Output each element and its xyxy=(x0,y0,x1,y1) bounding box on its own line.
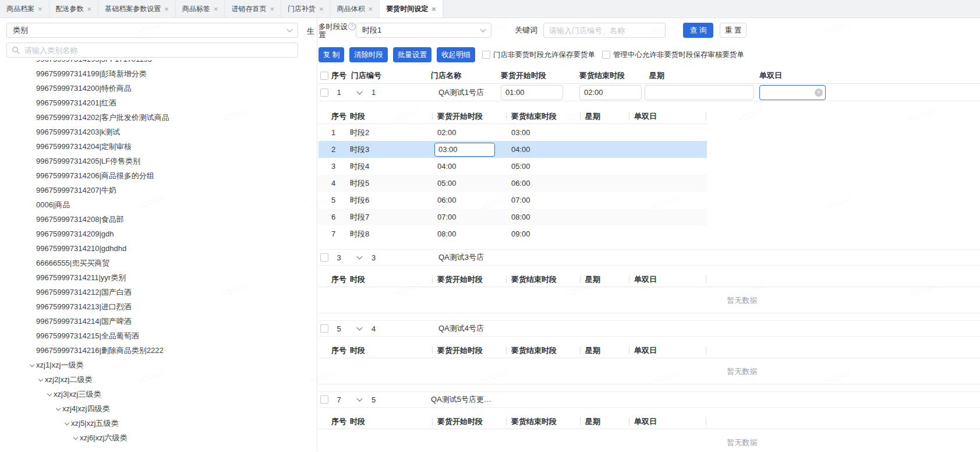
store-row[interactable]: 54QA测试4号店 xyxy=(319,320,980,337)
checkbox-unchecked[interactable] xyxy=(320,253,328,262)
reset-button[interactable]: 重 置 xyxy=(720,23,747,38)
tree-item[interactable]: 996759997314213|进口烈酒 xyxy=(6,299,317,314)
period-row[interactable]: 6时段707:0008:00 xyxy=(319,209,707,225)
chevron-down-icon[interactable] xyxy=(358,91,365,94)
chevron-down-icon[interactable] xyxy=(358,398,365,401)
tab-item[interactable]: 门店补货× xyxy=(281,0,331,17)
tree-item[interactable]: 996759997314210|gdhdhd xyxy=(6,241,317,256)
clear-icon[interactable]: × xyxy=(815,89,823,97)
tab-close-icon[interactable]: × xyxy=(38,5,43,13)
period-row[interactable]: 3时段404:0005:00 xyxy=(319,158,707,175)
checkbox-unchecked[interactable] xyxy=(602,51,610,59)
tree-item[interactable]: 996759997314206|商品很多的分组 xyxy=(6,168,317,183)
clear-period-button[interactable]: 清除时段 xyxy=(349,47,388,62)
tab-close-icon[interactable]: × xyxy=(319,5,324,13)
chevron-down-icon[interactable] xyxy=(71,437,80,439)
tree-item[interactable]: xzj3|xzj三级类 xyxy=(6,387,317,401)
tab-close-icon[interactable]: × xyxy=(270,5,274,13)
tree-item[interactable]: 996759997314208|食品部 xyxy=(6,212,317,227)
period-end: 05:00 xyxy=(506,162,580,171)
period-select[interactable]: 时段1 xyxy=(356,23,491,38)
tree-item[interactable]: 66666555|兜买买商贸 xyxy=(6,256,317,270)
select-all-checkbox[interactable] xyxy=(320,72,328,80)
period-row[interactable]: 2时段304:00 xyxy=(319,141,707,158)
checkbox-unchecked[interactable] xyxy=(320,324,328,333)
chevron-down-icon[interactable] xyxy=(27,364,36,366)
tree-item[interactable]: xzj2|xzj二级类 xyxy=(6,372,317,387)
tab-label: 门店补货 xyxy=(288,4,316,14)
store-row[interactable]: 75QA测试5号店更… xyxy=(319,391,980,408)
tree-item[interactable]: 996759997314212|国产白酒 xyxy=(6,285,317,299)
tree-item[interactable]: 996759997314209|gdh xyxy=(6,227,317,241)
tree-item[interactable]: 996759997314199|彭琦新增分类 xyxy=(6,66,317,81)
tree-item[interactable]: 996759997314215|全品葡萄酒 xyxy=(6,329,317,343)
checkbox-unchecked[interactable] xyxy=(482,51,490,59)
tab-item[interactable]: 基础档案参数设置× xyxy=(98,0,176,17)
tab-item[interactable]: 商品标签× xyxy=(176,0,225,17)
tree-item-label: 996759997314212|国产白酒 xyxy=(36,285,132,299)
app-window: 商品档案×配送参数×基础档案参数设置×商品标签×进销存首页×门店补货×商品体积×… xyxy=(0,0,980,452)
search-button[interactable]: 查 询 xyxy=(683,23,713,38)
tree-item[interactable]: 996759997314204|定制审核 xyxy=(6,139,317,154)
period-end: 06:00 xyxy=(506,179,580,188)
tree-item[interactable]: 996759997314203|k测试 xyxy=(6,125,317,139)
period-header-week: 星期 xyxy=(580,111,629,122)
chevron-down-icon[interactable] xyxy=(36,379,45,381)
category-type-select[interactable]: 类别 xyxy=(6,23,298,38)
keyword-label: 关键词 xyxy=(515,23,537,38)
tree-item[interactable]: 996759997314201|红酒 xyxy=(6,96,317,110)
copy-button[interactable]: 复 制 xyxy=(319,47,344,62)
tab-close-icon[interactable]: × xyxy=(164,5,169,13)
tree-item[interactable]: xzj4|xzj四级类 xyxy=(6,401,317,416)
chevron-down-icon[interactable] xyxy=(45,393,54,396)
tab-item[interactable]: 配送参数× xyxy=(49,0,99,17)
chevron-down-icon[interactable] xyxy=(358,256,365,259)
period-select-value: 时段1 xyxy=(362,25,381,36)
checkbox-unchecked[interactable] xyxy=(320,396,328,404)
tree-item[interactable]: xzj1|xzj一级类 xyxy=(6,358,317,372)
tab-close-icon[interactable]: × xyxy=(214,5,218,13)
tree-item[interactable]: 996759997314200|特价商品 xyxy=(6,81,317,96)
chevron-down-icon[interactable] xyxy=(54,408,62,410)
tab-item[interactable]: 进销存首页× xyxy=(225,0,281,17)
checkbox-unchecked[interactable] xyxy=(320,89,328,97)
store-row[interactable]: 11QA测试1号店× xyxy=(319,84,980,101)
tab-close-icon[interactable]: × xyxy=(431,5,436,13)
tree-item[interactable]: 996759997314214|国产啤酒 xyxy=(6,314,317,329)
center-nonperiod-checkbox-group[interactable]: 管理中心允许非要货时段保存审核要货单 xyxy=(602,50,744,60)
collapse-detail-button[interactable]: 收起明细 xyxy=(437,47,475,62)
tree-item[interactable]: 996759997314195|3FF171701195 xyxy=(6,60,317,66)
period-row[interactable]: 1时段202:0003:00 xyxy=(319,124,707,141)
tab-close-icon[interactable]: × xyxy=(369,5,373,13)
tab-item[interactable]: 商品体积× xyxy=(331,0,380,17)
batch-set-button[interactable]: 批量设置 xyxy=(393,47,431,62)
tree-item[interactable]: 996759997314207|牛奶 xyxy=(6,183,317,197)
tab-item[interactable]: 商品档案× xyxy=(0,0,49,17)
tree-item[interactable]: xzj5|xzj五级类 xyxy=(6,416,317,430)
tree-item[interactable]: 996759997314211|yyr类别 xyxy=(6,270,317,285)
period-start-input[interactable] xyxy=(434,143,495,157)
store-nonperiod-checkbox-group[interactable]: 门店非要货时段允许保存要货单 xyxy=(482,50,595,60)
store-week-input[interactable] xyxy=(645,85,754,100)
chevron-down-icon[interactable] xyxy=(62,422,71,425)
period-row[interactable]: 5时段606:0007:00 xyxy=(319,192,707,209)
store-row[interactable]: 33QA测试3号店 xyxy=(319,249,980,266)
tab-label: 进销存首页 xyxy=(231,4,266,14)
info-icon[interactable]: ? xyxy=(348,23,356,30)
store-start-input[interactable] xyxy=(501,85,563,100)
tree-item[interactable]: 0006|商品 xyxy=(6,197,317,212)
period-row[interactable]: 4时段505:0006:00 xyxy=(319,175,707,192)
period-row[interactable]: 7时段808:0009:00 xyxy=(319,225,707,242)
period-table-header: 序号时段要货开始时段要货结束时段星期单双日 xyxy=(319,343,980,358)
tree-item[interactable]: 996759997314202|客户批发价测试商品 xyxy=(6,110,317,125)
tree-item[interactable]: 996759997314205|LF停售类别 xyxy=(6,154,317,168)
tab-item[interactable]: 要货时间设定× xyxy=(380,0,443,17)
tab-close-icon[interactable]: × xyxy=(87,5,92,13)
period-table-header: 序号时段要货开始时段要货结束时段星期单双日 xyxy=(319,272,980,287)
store-end-input[interactable] xyxy=(579,85,642,100)
tree-item[interactable]: xzj6|xzj六级类 xyxy=(6,430,317,445)
category-search-input[interactable] xyxy=(23,45,293,55)
chevron-down-icon[interactable] xyxy=(358,327,365,330)
keyword-input[interactable] xyxy=(543,23,666,38)
tree-item[interactable]: 996759997314216|删除商品类别2222 xyxy=(6,343,317,358)
